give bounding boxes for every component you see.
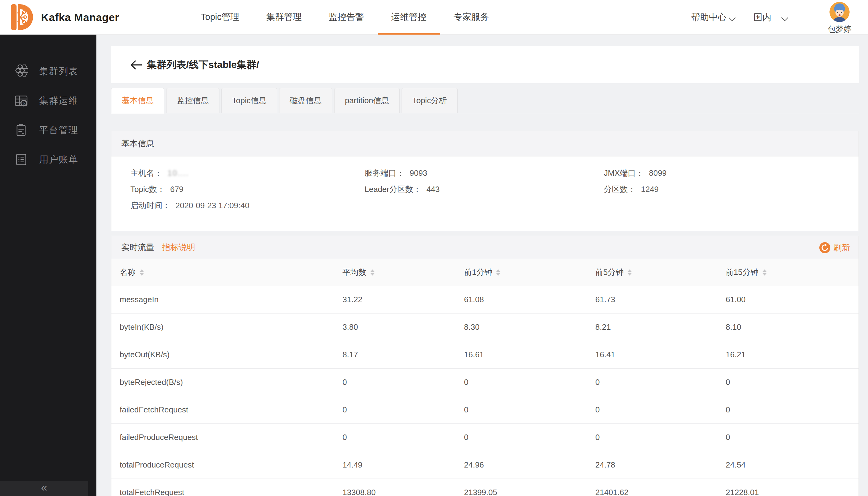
metric-5min: 16.41	[595, 350, 726, 359]
help-center-label: 帮助中心	[691, 11, 727, 24]
metric-5min: 61.73	[595, 295, 726, 304]
table-row: totalProduceRequest 14.49 24.96 24.78 24…	[111, 451, 858, 479]
arrow-left-icon	[129, 58, 144, 72]
main-nav: Topic管理 集群管理 监控告警 运维管控 专家服务	[187, 0, 503, 35]
billing-list-icon	[14, 153, 28, 167]
sidebar-item-label: 用户账单	[39, 153, 78, 166]
basic-info-panel-title: 基本信息	[111, 131, 858, 156]
region-dropdown[interactable]: 国内	[754, 11, 788, 24]
basic-info-panel: 基本信息 主机名： 10.... 服务端口： 9093 JMX端口： 8099 …	[111, 131, 859, 231]
metric-name: totalProduceRequest	[120, 460, 343, 470]
refresh-label: 刷新	[833, 236, 850, 259]
top-navbar: Kafka Manager Topic管理 集群管理 监控告警 运维管控 专家服…	[0, 0, 868, 35]
nav-item-ops[interactable]: 运维管控	[378, 0, 440, 35]
username: 包梦婷	[823, 24, 856, 35]
table-row: byteRejected(B/s) 0 0 0 0	[111, 369, 858, 396]
nav-item-monitor[interactable]: 监控告警	[315, 0, 378, 35]
metric-15min: 24.54	[726, 460, 858, 470]
refresh-icon	[819, 242, 830, 253]
table-row: byteOut(KB/s) 8.17 16.61 16.41 16.21	[111, 341, 858, 369]
metric-name: byteIn(KB/s)	[120, 322, 343, 332]
nav-item-topic[interactable]: Topic管理	[187, 0, 253, 35]
realtime-traffic-panel: 实时流量 指标说明 刷新 名称 平均数 前1分钟 前5分钟	[111, 236, 859, 496]
column-header-1min[interactable]: 前1分钟	[464, 267, 595, 278]
field-partition-count: 分区数： 1249	[604, 181, 858, 198]
basic-info-fields: 主机名： 10.... 服务端口： 9093 JMX端口： 8099 Topic…	[111, 156, 858, 214]
back-button[interactable]	[129, 58, 144, 72]
metric-name: failedFetchRequest	[120, 405, 343, 415]
table-row: messageIn 31.22 61.08 61.73 61.00	[111, 286, 858, 313]
metric-1min: 16.61	[464, 350, 595, 359]
metric-15min: 21228.01	[726, 488, 858, 496]
table-body: messageIn 31.22 61.08 61.73 61.00 byteIn…	[111, 286, 858, 496]
column-header-name[interactable]: 名称	[120, 267, 343, 278]
metric-avg: 0	[343, 377, 464, 387]
metric-15min: 0	[726, 377, 858, 387]
chevron-down-icon	[782, 14, 788, 21]
sort-icon[interactable]	[140, 269, 144, 276]
metric-1min: 0	[464, 377, 595, 387]
sidebar: 集群列表 $ 集群运维 平台管理	[0, 35, 96, 496]
metric-doc-link[interactable]: 指标说明	[162, 243, 195, 252]
sort-icon[interactable]	[628, 269, 632, 276]
field-topic-count: Topic数： 679	[130, 181, 364, 198]
region-label: 国内	[754, 11, 771, 24]
tab-monitor-info[interactable]: 监控信息	[166, 88, 219, 113]
column-header-15min[interactable]: 前15分钟	[726, 267, 858, 278]
metric-name: totalFetchRequest	[120, 488, 343, 496]
field-leader-partition-count: Leader分区数： 443	[364, 181, 604, 198]
metric-15min: 0	[726, 433, 858, 442]
realtime-panel-header: 实时流量 指标说明 刷新	[111, 236, 858, 259]
metric-5min: 0	[595, 377, 726, 387]
metric-avg: 0	[343, 405, 464, 415]
metric-5min: 24.78	[595, 460, 726, 470]
page-title: 集群列表/线下stable集群/	[147, 46, 259, 83]
sidebar-item-cluster-list[interactable]: 集群列表	[0, 57, 96, 86]
app-logo-icon[interactable]	[6, 2, 35, 32]
sort-icon[interactable]	[370, 269, 375, 276]
refresh-button[interactable]: 刷新	[819, 236, 850, 259]
sidebar-item-platform[interactable]: 平台管理	[0, 115, 96, 145]
metric-5min: 0	[595, 405, 726, 415]
user-menu[interactable]: 包梦婷	[823, 1, 856, 35]
nav-item-expert[interactable]: 专家服务	[440, 0, 503, 35]
help-center-dropdown[interactable]: 帮助中心	[691, 11, 736, 24]
sidebar-collapse-button[interactable]: «	[0, 481, 88, 496]
metric-avg: 3.80	[343, 322, 464, 332]
tab-partition-info[interactable]: partition信息	[334, 88, 400, 113]
tab-disk-info[interactable]: 磁盘信息	[279, 88, 332, 113]
field-start-time: 启动时间： 2020-09-23 17:09:40	[130, 198, 364, 214]
tab-topic-analysis[interactable]: Topic分析	[401, 88, 458, 113]
sort-icon[interactable]	[762, 269, 767, 276]
tab-topic-info[interactable]: Topic信息	[221, 88, 277, 113]
metric-avg: 31.22	[343, 295, 464, 304]
metric-15min: 8.10	[726, 322, 858, 332]
clipboard-icon	[14, 123, 28, 137]
column-header-avg[interactable]: 平均数	[343, 267, 464, 278]
table-header-row: 名称 平均数 前1分钟 前5分钟 前15分钟	[111, 259, 858, 286]
cluster-ops-icon: $	[14, 94, 28, 108]
tab-basic-info[interactable]: 基本信息	[111, 88, 164, 113]
field-jmx-port: JMX端口： 8099	[604, 165, 858, 181]
nav-item-cluster[interactable]: 集群管理	[253, 0, 315, 35]
sidebar-item-billing[interactable]: 用户账单	[0, 145, 96, 174]
column-header-5min[interactable]: 前5分钟	[595, 267, 726, 278]
sidebar-item-label: 集群列表	[39, 65, 78, 78]
table-row: failedFetchRequest 0 0 0 0	[111, 396, 858, 424]
metric-avg: 13308.80	[343, 488, 464, 496]
metric-5min: 0	[595, 433, 726, 442]
table-row: byteIn(KB/s) 3.80 8.30 8.21 8.10	[111, 313, 858, 341]
chevron-down-icon	[729, 14, 736, 21]
table-row: totalFetchRequest 13308.80 21399.05 2140…	[111, 479, 858, 496]
metric-avg: 0	[343, 433, 464, 442]
svg-text:$: $	[23, 101, 25, 105]
table-row: failedProduceRequest 0 0 0 0	[111, 424, 858, 451]
metric-1min: 24.96	[464, 460, 595, 470]
sort-icon[interactable]	[496, 269, 501, 276]
breadcrumb-card: 集群列表/线下stable集群/	[111, 46, 859, 83]
sidebar-item-cluster-ops[interactable]: $ 集群运维	[0, 86, 96, 115]
app-title: Kafka Manager	[41, 0, 119, 35]
metric-1min: 0	[464, 405, 595, 415]
metric-name: messageIn	[120, 295, 343, 304]
metric-1min: 61.08	[464, 295, 595, 304]
